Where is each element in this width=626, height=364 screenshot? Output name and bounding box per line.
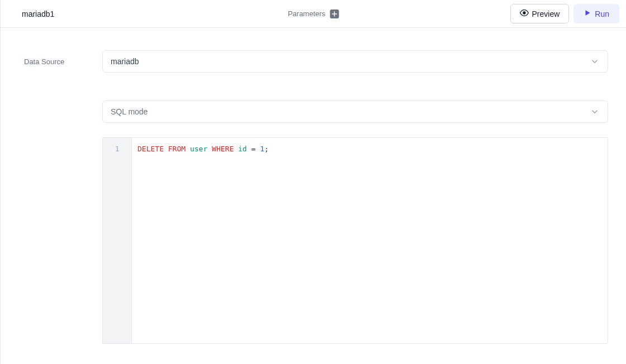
parameters-label: Parameters xyxy=(288,9,325,18)
chevron-down-icon xyxy=(590,56,600,66)
sql-column: id xyxy=(238,145,247,153)
sql-table: user xyxy=(190,145,207,153)
datasource-label: Data Source xyxy=(24,58,102,66)
editor-body: Data Source mariadb SQL mode 1 DELETE FR… xyxy=(0,28,626,364)
chevron-down-icon xyxy=(590,107,600,117)
line-gutter: 1 xyxy=(103,138,132,343)
editor-header: mariadb1 Parameters Preview Run xyxy=(0,0,626,28)
mode-select[interactable]: SQL mode xyxy=(102,100,608,123)
header-actions: Preview Run xyxy=(510,4,619,23)
sql-keyword: FROM xyxy=(168,145,186,153)
sql-editor[interactable]: 1 DELETE FROM user WHERE id = 1; xyxy=(102,137,608,344)
preview-button[interactable]: Preview xyxy=(510,4,570,23)
run-button[interactable]: Run xyxy=(573,4,619,23)
sql-keyword: DELETE xyxy=(137,145,164,153)
add-parameter-button[interactable] xyxy=(330,9,339,18)
sql-number: 1 xyxy=(260,145,264,153)
sql-punct: ; xyxy=(264,145,269,153)
preview-button-label: Preview xyxy=(532,9,560,18)
sql-operator: = xyxy=(252,145,256,153)
mode-value: SQL mode xyxy=(111,107,148,116)
datasource-select[interactable]: mariadb xyxy=(102,50,608,73)
plus-icon xyxy=(331,11,337,17)
query-name[interactable]: mariadb1 xyxy=(22,9,54,18)
sql-keyword: WHERE xyxy=(212,145,234,153)
play-icon xyxy=(584,9,591,18)
code-section: SQL mode 1 DELETE FROM user WHERE id = 1… xyxy=(102,100,608,344)
run-button-label: Run xyxy=(595,9,609,18)
line-number: 1 xyxy=(103,143,131,155)
code-body[interactable]: DELETE FROM user WHERE id = 1; xyxy=(132,138,608,343)
svg-point-0 xyxy=(523,12,525,14)
eye-icon xyxy=(520,8,529,19)
parameters-section: Parameters xyxy=(288,9,339,18)
datasource-value: mariadb xyxy=(111,57,139,66)
datasource-row: Data Source mariadb xyxy=(24,50,608,73)
